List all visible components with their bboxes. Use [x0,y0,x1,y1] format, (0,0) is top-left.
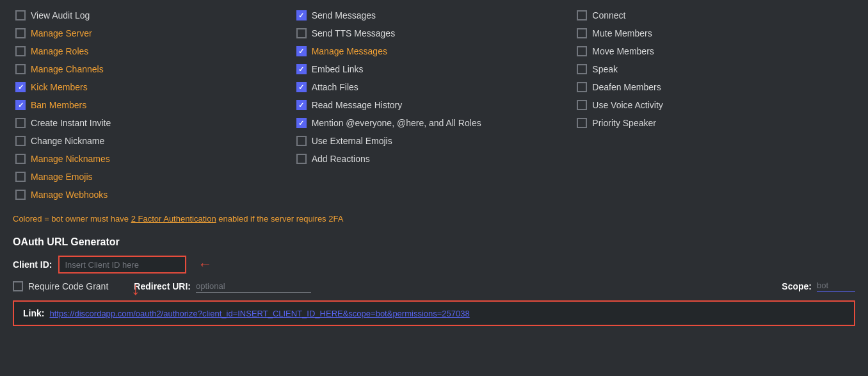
redirect-uri-section: Redirect URI: [134,280,756,293]
perm-item: Read Message History [294,96,575,114]
column-1: View Audit LogManage ServerManage RolesM… [13,6,294,204]
perm-label: Manage Webhooks [31,190,108,200]
perm-label: Kick Members [31,82,88,92]
require-code-grant-checkbox[interactable] [13,281,23,291]
perm-label: Use Voice Activity [592,100,663,110]
perm-item: Embed Links [294,60,575,78]
perm-checkbox[interactable] [15,100,26,110]
2fa-link[interactable]: 2 Factor Authentication [131,214,216,224]
perm-label: Change Nickname [31,136,104,146]
perm-item: Mute Members [574,24,855,42]
permissions-section: View Audit LogManage ServerManage RolesM… [13,6,855,204]
perm-item: Move Members [574,42,855,60]
perm-checkbox[interactable] [296,154,307,164]
perm-checkbox[interactable] [15,118,26,128]
perm-checkbox[interactable] [296,118,307,128]
perm-label: Send Messages [312,10,376,20]
perm-item: Manage Emojis [13,168,294,186]
perm-item: Deafen Members [574,78,855,96]
perm-label: Ban Members [31,100,86,110]
perm-checkbox[interactable] [15,46,26,56]
perm-label: Manage Messages [312,46,387,56]
require-code-grant-item: Require Code Grant [13,281,108,291]
perm-checkbox[interactable] [577,82,587,92]
perm-item: Change Nickname [13,132,294,150]
perm-item: Add Reactions [294,150,575,168]
perm-label: Mention @everyone, @here, and All Roles [312,118,481,128]
perm-checkbox[interactable] [577,46,587,56]
perm-label: Manage Nicknames [31,154,110,164]
require-code-grant-label: Require Code Grant [28,281,108,291]
perm-item: Send TTS Messages [294,24,575,42]
oauth-title: OAuth URL Generator [13,236,855,248]
arrow-left-icon: ← [198,256,212,273]
perm-checkbox[interactable] [296,82,307,92]
perm-label: Move Members [592,46,654,56]
perm-item: Use Voice Activity [574,96,855,114]
perm-item: Connect [574,6,855,24]
oauth-link[interactable]: https://discordapp.com/oauth2/authorize?… [49,309,469,318]
perm-checkbox[interactable] [577,118,587,128]
perm-checkbox[interactable] [15,10,26,20]
perm-label: Add Reactions [312,154,370,164]
info-text: Colored = bot owner must have 2 Factor A… [13,214,855,224]
perm-label: Deafen Members [592,82,661,92]
perm-checkbox[interactable] [15,190,26,200]
perm-checkbox[interactable] [296,28,307,38]
perm-item: Kick Members [13,78,294,96]
perm-checkbox[interactable] [15,136,26,146]
perm-checkbox[interactable] [296,64,307,74]
perm-item: Speak [574,60,855,78]
perm-item: Priority Speaker [574,114,855,132]
perm-label: Embed Links [312,64,364,74]
perm-label: Manage Channels [31,64,104,74]
perm-checkbox[interactable] [15,28,26,38]
perm-checkbox[interactable] [15,172,26,182]
perm-checkbox[interactable] [296,10,307,20]
perm-checkbox[interactable] [577,100,587,110]
perm-item: Send Messages [294,6,575,24]
redirect-uri-input[interactable] [196,280,311,293]
perm-label: Use External Emojis [312,136,392,146]
perm-label: Manage Server [31,28,92,38]
perm-label: Connect [592,10,625,20]
perm-item: Create Instant Invite [13,114,294,132]
perm-label: Send TTS Messages [312,28,395,38]
perm-label: Manage Roles [31,46,88,56]
perm-checkbox[interactable] [15,82,26,92]
perm-item: Use External Emojis [294,132,575,150]
column-2: Send MessagesSend TTS MessagesManage Mes… [294,6,575,204]
redirect-uri-label: Redirect URI: [134,281,191,291]
perm-item: Ban Members [13,96,294,114]
scope-section: Scope: bot [782,281,855,292]
scope-value: bot [817,281,855,292]
perm-label: Manage Emojis [31,172,93,182]
client-id-input[interactable] [65,260,180,270]
perm-checkbox[interactable] [577,64,587,74]
perm-item: Manage Roles [13,42,294,60]
options-row: Require Code Grant ↓ Redirect URI: Scope… [13,280,855,293]
perm-checkbox[interactable] [15,154,26,164]
column-3: ConnectMute MembersMove MembersSpeakDeaf… [574,6,855,204]
perm-label: Attach Files [312,82,358,92]
perm-label: Mute Members [592,28,652,38]
perm-checkbox[interactable] [296,46,307,56]
perm-checkbox[interactable] [296,100,307,110]
oauth-section: OAuth URL Generator Client ID: ← Require… [13,236,855,326]
perm-item: Manage Channels [13,60,294,78]
perm-checkbox[interactable] [577,10,587,20]
client-id-label: Client ID: [13,259,52,270]
perm-checkbox[interactable] [296,136,307,146]
perm-checkbox[interactable] [15,64,26,74]
perm-item: Manage Messages [294,42,575,60]
client-id-input-wrapper [58,256,186,274]
permissions-grid: View Audit LogManage ServerManage RolesM… [13,6,855,204]
link-row: Link: https://discordapp.com/oauth2/auth… [13,300,855,326]
perm-item: View Audit Log [13,6,294,24]
perm-checkbox[interactable] [577,28,587,38]
perm-item: Attach Files [294,78,575,96]
arrow-down-icon: ↓ [131,279,140,299]
perm-label: Read Message History [312,100,403,110]
perm-item: Manage Nicknames [13,150,294,168]
perm-label: Priority Speaker [592,118,656,128]
